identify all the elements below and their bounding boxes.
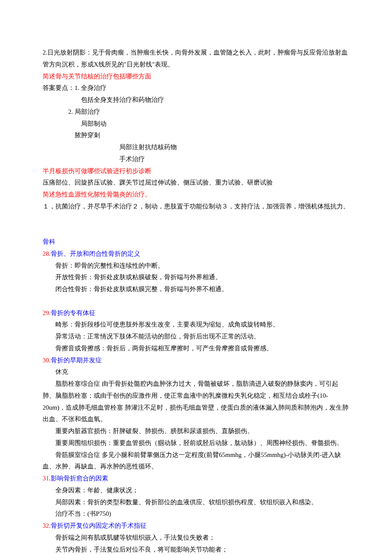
- item-line: 骨折端之间有肌或肌腱等软组织嵌入，手法复位失败者；: [43, 532, 349, 544]
- answer-line: 局部注射抗结核药物: [43, 142, 349, 153]
- item-line: 治疗不当：(书P750): [43, 508, 349, 520]
- item-heading: 29.骨折的专有体征: [43, 307, 349, 319]
- item-number: 30.: [43, 357, 51, 364]
- item-line: 骨擦音或骨擦感：骨折后，两骨折端相互摩擦时，可产生骨摩擦音或骨擦感。: [43, 343, 349, 355]
- item-title: 骨折的专有体征: [51, 309, 95, 316]
- item-line: 畸形：骨折段移位可使患肢外形发生改变，主要表现为缩短、成角或旋转畸形。: [43, 319, 349, 331]
- item-title: 骨折切开复位内固定术的手术指征: [51, 522, 147, 529]
- item-line: 开放性骨折：骨折处皮肤或粘膜破裂，骨折端与外界相通。: [43, 272, 349, 283]
- answer-line: 手术治疗: [43, 153, 349, 165]
- item-heading: 28.骨折、开放和闭合性骨折的定义: [43, 248, 349, 260]
- answer-meniscus: 压痛部位、回旋挤压试验、踝关节过屈过伸试验、侧压试验、重力试验、研磨试验: [43, 177, 349, 189]
- answer-osteomyelitis: １，抗菌治疗，并尽早手术治疗２，制动，患肢置于功能位制动３，支持疗法，加强营养，…: [43, 201, 349, 213]
- item-heading: 30.骨折的早期并发症: [43, 355, 349, 367]
- answer-line: 局部制动: [43, 118, 349, 130]
- section-header: 骨科: [43, 236, 349, 248]
- item-line: 异常活动：正常情况下肢体不能活动的部位，骨折后出现不正常的活动。: [43, 331, 349, 343]
- item-number: 29.: [43, 309, 51, 316]
- item-title: 影响骨折愈合的因素: [51, 475, 108, 482]
- spacer: [43, 224, 349, 236]
- item-line: 骨折：即骨的完整性和连续性的中断。: [43, 260, 349, 272]
- item-line: 重要周围组织损伤：重要血管损伤（腘动脉，胫前或胫后动脉，肱动脉）、周围神经损伤、…: [43, 437, 349, 449]
- question-tb-treatment: 简述骨与关节结核的治疗包括哪些方面: [43, 71, 349, 83]
- paragraph-sunray: 2.日光放射阴影：见于骨肉瘤，当肿瘤生长快，向骨外发展，血管随之长入，此时，肿瘤…: [43, 47, 349, 71]
- question-osteomyelitis: 简述急性血源性化脓性骨髓炎的治疗。: [43, 189, 349, 201]
- item-line: 闭合性骨折：骨折处皮肤或粘膜完整，骨折端与外界不相通。: [43, 283, 349, 295]
- item-line: 脂肪栓塞综合症 由于骨折处髓腔内血肿张力过大，骨髓被破坏，脂肪滴进入破裂的静脉窦…: [43, 378, 349, 425]
- item-line: 骨筋膜室综合症 多见小腿和前臂掌侧压力达一定程度(前臂65mmhg，小腿55mm…: [43, 449, 349, 473]
- item-line: 关节内骨折，手法复位后对位不良，将可能影响关节功能者；: [43, 544, 349, 555]
- item-line: 重要内脏器官损伤：肝脾破裂、肺损伤、膀胱和尿道损伤、直肠损伤。: [43, 425, 349, 437]
- item-number: 32.: [43, 522, 51, 529]
- question-meniscus: 半月板损伤可做哪些试验进行初步诊断: [43, 165, 349, 177]
- item-title: 骨折的早期并发症: [51, 357, 102, 364]
- item-heading: 32.骨折切开复位内固定术的手术指征: [43, 520, 349, 532]
- item-line: 局部因素：骨折的类型和数量、骨折部位的血液供应、软组织损伤程度、软组织嵌入和感染…: [43, 497, 349, 509]
- items-container: 28.骨折、开放和闭合性骨折的定义骨折：即骨的完整性和连续性的中断。开放性骨折：…: [43, 248, 349, 555]
- item-heading: 31.影响骨折愈合的因素: [43, 473, 349, 485]
- spacer: [43, 213, 349, 225]
- answer-item: 2. 局部治疗: [43, 106, 349, 118]
- item-number: 28.: [43, 250, 51, 257]
- item-line: 全身因素：年龄、健康状况；: [43, 485, 349, 497]
- item-line: 休克: [43, 366, 349, 378]
- item-title: 骨折、开放和闭合性骨折的定义: [51, 250, 140, 257]
- answer-line: 脓肿穿刺: [43, 130, 349, 142]
- answer-intro: 答案要点：1. 全身治疗: [43, 82, 349, 94]
- spacer: [43, 295, 349, 307]
- answer-line: 包括全身支持治疗和药物治疗: [43, 94, 349, 106]
- item-number: 31.: [43, 475, 51, 482]
